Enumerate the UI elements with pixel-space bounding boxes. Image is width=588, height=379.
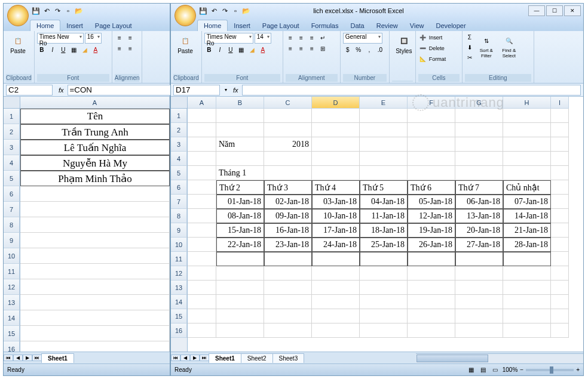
row-header-4[interactable]: 4	[171, 152, 187, 166]
cell-H3[interactable]	[503, 137, 551, 152]
sheet-tab-sheet1[interactable]: Sheet1	[41, 353, 74, 363]
cell-E10[interactable]: 25-Jan-18	[360, 238, 408, 252]
col-header-A[interactable]: A	[188, 97, 216, 109]
cell-B1[interactable]	[216, 109, 264, 123]
cell-G9[interactable]: 20-Jan-18	[455, 223, 503, 238]
cell-A13[interactable]	[20, 295, 170, 310]
cell-D2[interactable]	[312, 123, 360, 137]
insert-icon[interactable]: ➕	[418, 33, 428, 42]
name-box[interactable]	[6, 85, 53, 95]
cell-G12[interactable]	[455, 266, 503, 281]
percent-icon[interactable]: %	[354, 45, 363, 54]
cell-G8[interactable]: 13-Jan-18	[455, 209, 503, 223]
row-header-14[interactable]: 14	[4, 310, 20, 326]
row-header-4[interactable]: 4	[4, 155, 20, 171]
tab-home[interactable]: Home	[197, 20, 228, 31]
cell-C12[interactable]	[264, 266, 312, 281]
row-header-14[interactable]: 14	[171, 295, 187, 309]
tab-formulas[interactable]: Formulas	[305, 20, 345, 31]
row-header-9[interactable]: 9	[4, 233, 20, 248]
row-header-13[interactable]: 13	[171, 281, 187, 295]
new-icon[interactable]: ▫	[63, 6, 73, 16]
fill-down-icon[interactable]: ⬇	[465, 42, 474, 52]
cell-F15[interactable]	[408, 309, 455, 323]
cells-area[interactable]: TênTrần Trung AnhLê Tuấn NghĩaNguyễn Hà …	[20, 109, 170, 352]
cell-F13[interactable]	[408, 281, 455, 295]
font-combo[interactable]: Times New Ro	[204, 33, 253, 44]
row-header-15[interactable]: 15	[4, 326, 20, 341]
align-mid-icon[interactable]: ≡	[296, 33, 306, 42]
align-left-icon[interactable]: ≡	[286, 44, 295, 53]
row-header-3[interactable]: 3	[4, 140, 20, 155]
spreadsheet-grid[interactable]: A 12345678910111213141516171819 TênTrần …	[4, 97, 170, 352]
font-color-icon[interactable]: A	[258, 45, 268, 54]
cell-A7[interactable]	[20, 202, 170, 217]
cell-F5[interactable]	[408, 166, 455, 180]
align-bot-icon[interactable]: ≡	[307, 33, 317, 42]
cell-B2[interactable]	[216, 123, 264, 137]
office-button[interactable]	[7, 5, 29, 26]
row-header-15[interactable]: 15	[171, 309, 187, 323]
cell-I1[interactable]	[551, 109, 569, 123]
paste-button[interactable]: 📋 Paste	[6, 32, 30, 56]
cell-H1[interactable]	[503, 109, 551, 123]
cell-H5[interactable]	[503, 166, 551, 180]
cell-B7[interactable]: 01-Jan-18	[216, 195, 264, 209]
cell-C8[interactable]: 09-Jan-18	[264, 209, 312, 223]
cell-B12[interactable]	[216, 266, 264, 281]
cell-G5[interactable]	[455, 166, 503, 180]
cell-A10[interactable]	[188, 238, 216, 252]
cell-D10[interactable]: 24-Jan-18	[312, 238, 360, 252]
cell-D13[interactable]	[312, 281, 360, 295]
row-header-10[interactable]: 10	[4, 248, 20, 264]
tab-insert[interactable]: Insert	[228, 20, 256, 31]
open-icon[interactable]: 📂	[74, 6, 84, 16]
underline-icon[interactable]: U	[226, 45, 235, 54]
select-all-corner[interactable]	[171, 97, 188, 109]
cell-A16[interactable]	[20, 341, 170, 352]
cell-A2[interactable]	[188, 123, 216, 137]
fill-icon[interactable]: ◢	[80, 45, 90, 54]
cell-I10[interactable]	[551, 238, 569, 252]
cell-H15[interactable]	[503, 309, 551, 323]
sheet-nav[interactable]: ⏮◀▶⏭	[171, 355, 209, 361]
cell-B5[interactable]: Tháng 1	[216, 166, 264, 180]
undo-icon[interactable]: ↶	[42, 6, 51, 16]
cell-E8[interactable]: 11-Jan-18	[360, 209, 408, 223]
cell-D16[interactable]	[312, 323, 360, 338]
cell-I8[interactable]	[551, 209, 569, 223]
cell-E13[interactable]	[360, 281, 408, 295]
cell-A13[interactable]	[188, 281, 216, 295]
cell-H11[interactable]	[503, 252, 551, 266]
cell-A4[interactable]: Nguyễn Hà My	[20, 155, 170, 171]
row-header-10[interactable]: 10	[171, 238, 187, 252]
row-header-6[interactable]: 6	[4, 186, 20, 202]
cell-E5[interactable]	[360, 166, 408, 180]
cell-C3[interactable]: 2018	[264, 137, 312, 152]
cell-I11[interactable]	[551, 252, 569, 266]
cell-C5[interactable]	[264, 166, 312, 180]
cell-B11[interactable]	[216, 252, 264, 266]
formula-bar[interactable]	[68, 85, 173, 95]
cell-A8[interactable]	[20, 217, 170, 233]
cell-D14[interactable]	[312, 295, 360, 309]
redo-icon[interactable]: ↷	[53, 6, 62, 16]
cell-D8[interactable]: 10-Jan-18	[312, 209, 360, 223]
size-combo[interactable]: 16	[85, 33, 102, 44]
cell-A10[interactable]	[20, 248, 170, 264]
align-top-icon[interactable]: ≡	[115, 33, 124, 42]
paste-button[interactable]: 📋Paste	[173, 32, 197, 56]
font-color-icon[interactable]: A	[91, 45, 100, 54]
row-header-1[interactable]: 1	[171, 109, 187, 123]
cell-I6[interactable]	[551, 180, 569, 195]
cell-E9[interactable]: 18-Jan-18	[360, 223, 408, 238]
cell-A9[interactable]	[188, 223, 216, 238]
minimize-button[interactable]: —	[528, 5, 545, 16]
cell-A3[interactable]	[188, 137, 216, 152]
row-header-8[interactable]: 8	[4, 217, 20, 233]
row-header-1[interactable]: 1	[4, 109, 20, 124]
col-header-I[interactable]: I	[551, 97, 569, 109]
cell-B9[interactable]: 15-Jan-18	[216, 223, 264, 238]
row-header-3[interactable]: 3	[171, 137, 187, 152]
cells-area[interactable]: Năm2018Tháng 1Thứ 2Thứ 3Thứ 4Thứ 5Thứ 6T…	[188, 109, 583, 352]
